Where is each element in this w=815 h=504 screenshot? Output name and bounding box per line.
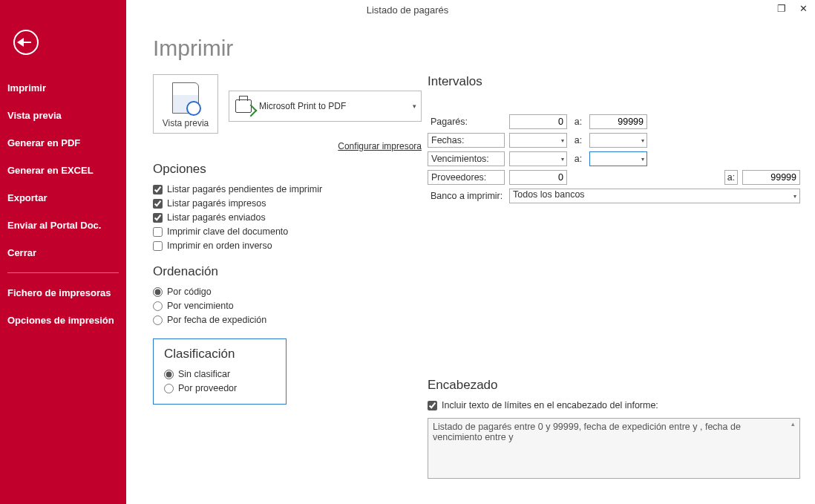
chk-incluir-texto[interactable]: Incluir texto de límites en el encabezad… <box>428 400 800 410</box>
proveedores-label-button[interactable]: Proveedores: <box>428 170 505 185</box>
back-arrow-icon <box>17 38 24 47</box>
a-label: a: <box>572 154 585 164</box>
sidebar-item-vista-previa[interactable]: Vista previa <box>0 102 126 129</box>
rad-codigo[interactable]: Por código <box>153 287 422 297</box>
printer-icon <box>235 99 252 113</box>
ordenacion-list: Por código Por vencimiento Por fecha de … <box>153 287 422 325</box>
sidebar: Imprimir Vista previa Generar en PDF Gen… <box>0 0 126 504</box>
encabezado-heading: Encabezado <box>428 378 800 393</box>
window-title: Listado de pagarés <box>367 4 449 16</box>
sidebar-item-generar-pdf[interactable]: Generar en PDF <box>0 129 126 157</box>
chk-pendientes[interactable]: Listar pagarés pendientes de imprimir <box>153 184 422 194</box>
printer-selector[interactable]: Microsoft Print to PDF ▾ <box>229 91 422 122</box>
pagares-to-input[interactable] <box>589 114 647 129</box>
sidebar-item-exportar[interactable]: Exportar <box>0 184 126 212</box>
pagares-from-input[interactable] <box>509 114 567 129</box>
chk-enviados[interactable]: Listar pagarés enviados <box>153 212 422 223</box>
intervalos-heading: Intervalos <box>428 74 800 89</box>
chk-inverso[interactable]: Imprimir en orden inverso <box>153 240 422 251</box>
header-text-area[interactable]: Listado de pagarés entre 0 y 99999, fech… <box>428 418 800 479</box>
rad-por-proveedor[interactable]: Por proveedor <box>164 383 275 393</box>
clasificacion-heading: Clasificación <box>164 347 275 361</box>
pagares-label: Pagarés: <box>428 114 505 129</box>
sidebar-item-opciones-impresion[interactable]: Opciones de impresión <box>0 307 126 334</box>
vencimientos-from-input[interactable] <box>509 151 567 166</box>
proveedores-from-input[interactable] <box>509 170 567 185</box>
back-button[interactable] <box>13 30 39 55</box>
sidebar-item-cerrar[interactable]: Cerrar <box>0 239 126 266</box>
ordenacion-heading: Ordenación <box>153 264 422 279</box>
scroll-up-icon[interactable]: ▴ <box>788 420 798 431</box>
sidebar-item-generar-excel[interactable]: Generar en EXCEL <box>0 157 126 184</box>
opciones-heading: Opciones <box>153 162 422 177</box>
preview-button[interactable]: Vista previa <box>153 74 218 134</box>
chk-clave[interactable]: Imprimir clave del documento <box>153 226 422 237</box>
preview-document-icon <box>172 82 199 114</box>
configure-printer-link[interactable]: Configurar impresora <box>338 141 422 151</box>
rad-vencimiento[interactable]: Por vencimiento <box>153 301 422 311</box>
header-text-content: Listado de pagarés entre 0 y 99999, fech… <box>433 422 741 442</box>
rad-fecha-exp[interactable]: Por fecha de expedición <box>153 315 422 325</box>
sidebar-item-enviar-portal[interactable]: Enviar al Portal Doc. <box>0 212 126 239</box>
sidebar-separator <box>7 272 119 273</box>
vencimientos-to-input[interactable] <box>589 151 647 166</box>
fechas-from-input[interactable] <box>509 133 567 148</box>
printer-name: Microsoft Print to PDF <box>259 101 346 111</box>
fechas-label-button[interactable]: Fechas: <box>428 133 505 148</box>
maximize-icon[interactable]: ❐ <box>774 1 789 16</box>
a-label-button[interactable]: a: <box>724 170 738 185</box>
chevron-down-icon: ▾ <box>413 102 416 110</box>
a-label: a: <box>572 117 585 127</box>
preview-label: Vista previa <box>163 118 209 128</box>
sidebar-item-fichero-impresoras[interactable]: Fichero de impresoras <box>0 279 126 307</box>
vencimientos-label-button[interactable]: Vencimientos: <box>428 151 505 166</box>
banco-label: Banco a imprimir: <box>428 189 505 203</box>
chevron-down-icon: ▾ <box>793 193 796 200</box>
fechas-to-input[interactable] <box>589 133 647 148</box>
a-label: a: <box>572 135 585 145</box>
rad-sin-clasificar[interactable]: Sin clasificar <box>164 369 275 379</box>
banco-select[interactable]: Todos los bancos ▾ <box>509 189 800 203</box>
proveedores-to-input[interactable] <box>742 170 800 185</box>
clasificacion-group: Clasificación Sin clasificar Por proveed… <box>153 338 287 405</box>
page-title: Imprimir <box>153 36 422 61</box>
sidebar-item-imprimir[interactable]: Imprimir <box>0 74 126 102</box>
banco-value: Todos los bancos <box>513 189 585 200</box>
chk-impresos[interactable]: Listar pagarés impresos <box>153 198 422 209</box>
opciones-list: Listar pagarés pendientes de imprimir Li… <box>153 184 422 251</box>
close-icon[interactable]: ✕ <box>796 1 811 16</box>
